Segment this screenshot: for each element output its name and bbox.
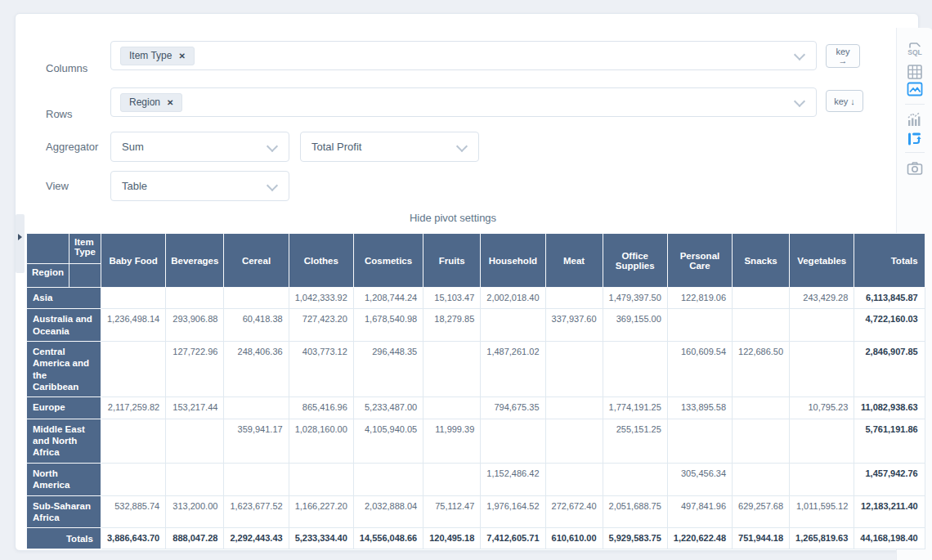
pivot-value-cell — [353, 463, 423, 495]
pivot-row-total-cell: 11,082,938.63 — [854, 397, 925, 419]
pivot-value-cell — [166, 288, 224, 309]
pivot-data-row: Australia and Oceania1,236,498.14293,906… — [27, 309, 925, 342]
pivot-value-cell: 272,672.40 — [545, 495, 603, 528]
pivot-value-cell — [603, 463, 667, 495]
pivot-col-axis-label[interactable]: Item Type — [69, 234, 101, 264]
pivot-value-cell: 160,609.54 — [667, 341, 732, 397]
columns-select[interactable]: Item Type ✕ — [110, 41, 817, 70]
pivot-totals-row-header: Totals — [27, 528, 101, 549]
pivot-value-cell — [101, 419, 165, 463]
columns-key-button[interactable]: key → — [826, 44, 860, 68]
pivot-value-cell — [423, 397, 481, 419]
aggregator-label: Aggregator — [46, 141, 98, 153]
pivot-row-header: North America — [27, 463, 101, 495]
pivot-col-header: Snacks — [733, 234, 790, 288]
pivot-value-cell — [289, 463, 353, 495]
chart-icon[interactable] — [905, 110, 925, 129]
pivot-value-cell: 1,011,595.12 — [790, 495, 854, 528]
pivot-col-total-cell: 120,495.18 — [423, 528, 481, 549]
pivot-value-cell — [790, 309, 854, 342]
hide-pivot-settings-link[interactable]: Hide pivot settings — [26, 212, 880, 224]
pivot-row-axis-label[interactable]: Region — [27, 264, 69, 288]
camera-icon[interactable] — [905, 159, 925, 178]
pivot-value-cell: 11,999.39 — [423, 419, 481, 463]
pivot-value-cell: 133,895.58 — [667, 397, 732, 419]
pivot-value-cell: 127,722.96 — [166, 341, 224, 397]
panel-expand-handle[interactable] — [16, 214, 25, 273]
pivot-table-head: Item TypeBaby FoodBeveragesCerealClothes… — [27, 234, 925, 288]
pivot-value-cell: 10,795.23 — [790, 397, 854, 419]
pivot-col-header: Vegetables — [790, 234, 854, 288]
chevron-down-icon — [267, 179, 278, 190]
pivot-value-cell: 1,236,498.14 — [101, 309, 165, 342]
pivot-value-cell: 1,208,744.24 — [353, 288, 423, 309]
pivot-value-cell: 75,112.47 — [423, 495, 481, 528]
pivot-value-cell — [224, 463, 289, 495]
sql-icon[interactable]: SQL — [905, 39, 925, 59]
chip-remove-icon[interactable]: ✕ — [167, 98, 173, 107]
pivot-value-cell — [545, 397, 603, 419]
pivot-value-cell — [545, 419, 603, 463]
pivot-value-cell: 1,774,191.25 — [603, 397, 667, 419]
view-select[interactable]: Table — [110, 171, 289, 201]
pivot-value-cell: 153,217.44 — [166, 397, 224, 419]
pivot-value-cell: 337,937.60 — [545, 309, 603, 342]
pivot-value-cell — [790, 341, 854, 397]
arrow-down-icon: ↓ — [850, 97, 855, 105]
rows-key-button[interactable]: key ↓ — [826, 90, 863, 112]
chip-label: Item Type — [129, 50, 172, 61]
pivot-value-cell: 248,406.36 — [224, 341, 289, 397]
pivot-value-cell — [101, 463, 165, 495]
image-icon[interactable] — [905, 79, 925, 99]
aggregator-value: Sum — [111, 141, 144, 153]
pivot-row-total-cell: 5,761,191.86 — [854, 419, 925, 463]
pivot-value-cell: 1,152,486.42 — [481, 463, 545, 495]
aggregator-select[interactable]: Sum — [110, 132, 289, 162]
pivot-col-header: Personal Care — [667, 234, 732, 288]
pivot-data-row: Middle East and North Africa359,941.171,… — [27, 419, 925, 463]
pivot-header-row-1: Item TypeBaby FoodBeveragesCerealClothes… — [27, 234, 925, 264]
pivot-value-cell: 1,166,227.20 — [289, 495, 353, 528]
chip-remove-icon[interactable]: ✕ — [178, 52, 185, 60]
pivot-table-container: Item TypeBaby FoodBeveragesCerealClothes… — [26, 233, 880, 549]
pivot-col-header: Beverages — [166, 234, 224, 288]
pivot-value-cell: 359,941.17 — [224, 419, 289, 463]
pivot-value-cell — [545, 341, 603, 397]
pivot-value-cell — [733, 288, 790, 309]
pivot-value-cell: 122,819.06 — [667, 288, 732, 309]
pivot-col-header: Clothes — [289, 234, 353, 288]
columns-label: Columns — [46, 62, 87, 74]
pivot-value-cell: 497,841.96 — [667, 495, 732, 528]
pivot-value-cell — [545, 288, 603, 309]
pivot-value-cell: 1,623,677.52 — [224, 495, 289, 528]
pivot-value-cell: 2,051,688.75 — [603, 495, 667, 528]
pivot-value-cell: 794,675.35 — [481, 397, 545, 419]
pivot-col-total-cell: 7,412,605.71 — [481, 528, 545, 549]
pivot-value-cell — [667, 309, 732, 342]
chevron-down-icon — [794, 96, 805, 107]
rows-label: Rows — [46, 108, 73, 120]
pivot-value-cell — [166, 419, 224, 463]
view-value: Table — [111, 180, 147, 192]
pivot-col-total-cell: 1,220,622.48 — [667, 528, 732, 549]
pivot-row-total-cell: 2,846,907.85 — [854, 341, 925, 397]
pivot-value-cell — [101, 341, 165, 397]
pivot-col-total-cell: 1,265,819.63 — [790, 528, 854, 549]
rows-select[interactable]: Region ✕ — [110, 87, 817, 117]
pivot-value-cell — [733, 397, 790, 419]
rows-chip-region[interactable]: Region ✕ — [120, 93, 182, 112]
pivot-icon[interactable] — [905, 129, 925, 149]
pivot-value-cell: 1,487,261.02 — [481, 341, 545, 397]
pivot-col-header: Cosmetics — [353, 234, 423, 288]
pivot-value-cell — [733, 419, 790, 463]
pivot-value-cell: 243,429.28 — [790, 288, 854, 309]
pivot-col-total-cell: 3,886,643.70 — [101, 528, 165, 549]
columns-chip-item-type[interactable]: Item Type ✕ — [120, 47, 195, 65]
pivot-value-cell — [481, 309, 545, 342]
pivot-value-cell — [545, 463, 603, 495]
pivot-col-total-cell: 5,233,334.40 — [289, 528, 353, 549]
pivot-data-row: North America1,152,486.42305,456.341,457… — [27, 463, 925, 495]
pivot-row-total-cell: 1,457,942.76 — [854, 463, 925, 495]
pivot-row-header: Europe — [27, 397, 101, 419]
aggregator-field-select[interactable]: Total Profit — [300, 132, 479, 162]
